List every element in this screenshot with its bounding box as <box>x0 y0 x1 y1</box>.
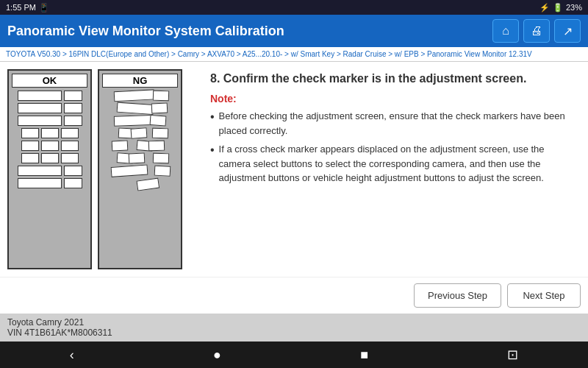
header-actions: ⌂ 🖨 ↗ <box>492 19 581 43</box>
ok-rect <box>64 91 82 101</box>
step-text: Confirm the check marker is in the adjus… <box>223 72 527 85</box>
breadcrumb: TOYOTA V50.30 > 16PIN DLC(Europe and Oth… <box>0 47 588 62</box>
ng-row-8 <box>102 178 178 188</box>
print-button[interactable]: 🖨 <box>523 19 550 43</box>
export-icon: ↗ <box>563 24 573 38</box>
ng-row-1 <box>102 91 178 101</box>
ok-rect <box>61 141 79 151</box>
android-nav-bar: ‹ ● ■ ⊡ <box>0 342 588 368</box>
ng-rect <box>153 91 169 102</box>
ok-rect <box>18 103 62 113</box>
previous-step-button[interactable]: Previous Step <box>414 283 501 308</box>
ok-rect <box>64 178 82 188</box>
battery-icon: 🔋 <box>553 3 563 13</box>
ng-grid <box>102 91 178 265</box>
ng-rect <box>113 115 151 127</box>
ok-rect <box>18 178 62 188</box>
breadcrumb-text: TOYOTA V50.30 > 16PIN DLC(Europe and Oth… <box>6 50 532 58</box>
ok-rect <box>61 153 79 163</box>
ng-row-6 <box>102 153 178 163</box>
ok-row-4 <box>12 128 87 138</box>
ng-row-2 <box>102 103 178 113</box>
ok-rect <box>64 166 82 176</box>
ng-row-5 <box>102 141 178 151</box>
sim-icon: 📱 <box>39 3 49 13</box>
main-content: OK <box>0 62 588 277</box>
home-icon: ⌂ <box>502 24 509 38</box>
ok-row-3 <box>12 116 87 126</box>
ng-row-7 <box>102 166 178 176</box>
ok-rect <box>21 141 39 151</box>
bluetooth-icon: ⚡ <box>539 3 550 13</box>
ng-rect <box>136 178 159 191</box>
ok-rect <box>41 141 59 151</box>
ng-rect <box>152 153 168 164</box>
ok-row-8 <box>12 178 87 188</box>
ok-label: OK <box>12 74 87 88</box>
ng-rect <box>114 89 155 102</box>
home-button[interactable]: ⌂ <box>492 19 519 43</box>
ng-rect <box>116 102 154 115</box>
screenshot-button[interactable]: ⊡ <box>492 344 533 366</box>
home-nav-button[interactable]: ● <box>198 344 236 366</box>
battery-percent: 23% <box>566 3 582 12</box>
bullet-icon-2: • <box>210 142 215 158</box>
ok-row-7 <box>12 166 87 176</box>
note-text: • Before checking the adjustment screen,… <box>210 109 576 190</box>
step-title: 8. Confirm the check marker is in the ad… <box>210 72 576 85</box>
diagram-panel: OK <box>0 62 198 277</box>
step-number: 8. <box>210 72 223 85</box>
ng-row-4 <box>102 128 178 138</box>
recent-apps-button[interactable]: ■ <box>345 344 383 366</box>
note-label: Note: <box>210 93 576 105</box>
export-button[interactable]: ↗ <box>554 19 581 43</box>
ok-row-1 <box>12 91 87 101</box>
footer: Toyota Camry 2021 VIN 4T1B61AK*M8006311 <box>0 314 588 342</box>
app-title: Panoramic View Monitor System Calibratio… <box>7 24 284 39</box>
ok-row-5 <box>12 141 87 151</box>
bullet-item-2: • If a cross check marker appears displa… <box>210 142 576 185</box>
ng-rect <box>151 128 168 139</box>
print-icon: 🖨 <box>531 24 542 38</box>
ok-rect <box>61 128 79 138</box>
ok-row-2 <box>12 103 87 113</box>
ok-rect <box>18 166 62 176</box>
bullet-item-1: • Before checking the adjustment screen,… <box>210 109 576 138</box>
ng-rect <box>110 164 148 177</box>
next-step-button[interactable]: Next Step <box>507 283 581 308</box>
navigation-buttons: Previous Step Next Step <box>0 277 588 314</box>
ok-rect <box>18 91 62 101</box>
ng-rect <box>130 127 147 139</box>
ok-rect <box>41 128 59 138</box>
bullet-icon: • <box>210 109 215 125</box>
bullet-text-1: Before checking the adjustment screen, e… <box>219 109 576 138</box>
ng-rect <box>151 102 168 113</box>
ok-diagram: OK <box>7 69 92 269</box>
status-icons: ⚡ 🔋 23% <box>539 3 582 13</box>
ok-rect <box>21 153 39 163</box>
status-bar: 1:55 PM 📱 ⚡ 🔋 23% <box>0 0 588 15</box>
status-time: 1:55 PM 📱 <box>6 3 49 13</box>
ok-rect <box>21 128 39 138</box>
ok-rect <box>64 103 82 113</box>
ng-rect <box>148 141 164 152</box>
ng-rect <box>149 115 166 127</box>
ng-label: NG <box>102 74 178 88</box>
ng-rect <box>111 140 128 151</box>
ng-rect <box>128 152 145 163</box>
time-display: 1:55 PM <box>6 3 36 12</box>
instructions-panel: 8. Confirm the check marker is in the ad… <box>198 62 588 277</box>
ok-row-6 <box>12 153 87 163</box>
ng-diagram: NG <box>98 69 182 269</box>
ng-rect <box>154 166 171 177</box>
ok-rect <box>41 153 59 163</box>
ok-rect <box>18 116 62 126</box>
ok-rect <box>64 116 82 126</box>
bullet-text-2: If a cross check marker appears displace… <box>219 142 576 185</box>
ng-row-3 <box>102 116 178 126</box>
ok-grid <box>12 91 87 265</box>
app-header: Panoramic View Monitor System Calibratio… <box>0 15 588 47</box>
vin-number: VIN 4T1B61AK*M8006311 <box>7 328 581 338</box>
vehicle-name: Toyota Camry 2021 <box>7 317 581 328</box>
back-button[interactable]: ‹ <box>55 344 89 366</box>
